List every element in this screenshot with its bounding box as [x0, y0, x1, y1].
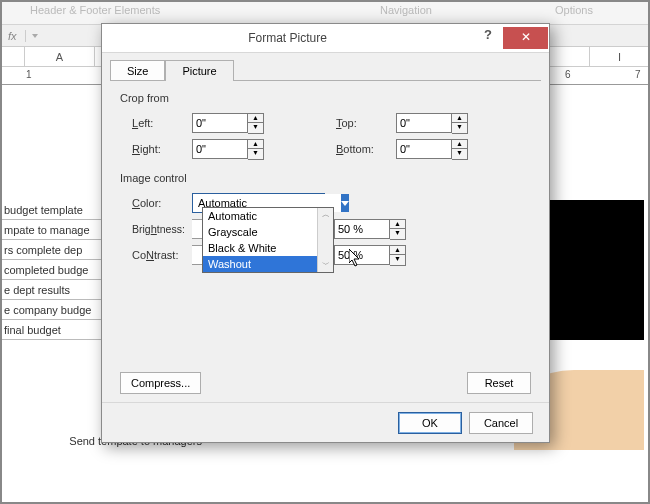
- cursor-icon: [349, 249, 362, 267]
- label-color: Color:: [120, 197, 192, 209]
- col-header-A[interactable]: A: [25, 47, 95, 66]
- spin-up-icon[interactable]: ▲: [452, 114, 467, 124]
- spin-up-icon[interactable]: ▲: [248, 114, 263, 124]
- contrast-input[interactable]: [334, 245, 390, 265]
- tab-strip: Size Picture: [102, 53, 549, 81]
- section-image-control: Image control: [120, 172, 531, 184]
- label-contrast: CoNtrast:: [120, 249, 192, 261]
- chevron-down-icon[interactable]: [341, 194, 349, 212]
- brightness-spinner[interactable]: ▲▼: [334, 219, 406, 240]
- crop-bottom-input[interactable]: [396, 139, 452, 159]
- contrast-spinner[interactable]: ▲▼: [334, 245, 406, 266]
- spin-down-icon[interactable]: ▼: [248, 149, 263, 159]
- ribbon-group-label: Header & Footer Elements: [30, 4, 160, 16]
- section-crop-from: Crop from: [120, 92, 531, 104]
- cancel-button[interactable]: Cancel: [469, 412, 533, 434]
- crop-right-input[interactable]: [192, 139, 248, 159]
- crop-bottom-spinner[interactable]: ▲▼: [396, 139, 468, 160]
- reset-button[interactable]: Reset: [467, 372, 531, 394]
- titlebar[interactable]: Format Picture ? ✕: [102, 24, 549, 53]
- crop-left-spinner[interactable]: ▲▼: [192, 113, 264, 134]
- crop-right-spinner[interactable]: ▲▼: [192, 139, 264, 160]
- label-left: Left:: [120, 117, 192, 129]
- spin-down-icon[interactable]: ▼: [452, 123, 467, 133]
- tab-picture[interactable]: Picture: [165, 60, 233, 81]
- label-top: Top:: [324, 117, 396, 129]
- spin-up-icon[interactable]: ▲: [390, 246, 405, 256]
- spin-down-icon[interactable]: ▼: [390, 229, 405, 239]
- color-option-grayscale[interactable]: Grayscale: [203, 224, 333, 240]
- spin-up-icon[interactable]: ▲: [248, 140, 263, 150]
- close-button[interactable]: ✕: [503, 27, 548, 49]
- label-bottom: Bottom:: [324, 143, 396, 155]
- crop-top-input[interactable]: [396, 113, 452, 133]
- scroll-up-icon[interactable]: ︿: [318, 208, 333, 222]
- ok-button[interactable]: OK: [398, 412, 462, 434]
- spin-down-icon[interactable]: ▼: [390, 255, 405, 265]
- crop-top-spinner[interactable]: ▲▼: [396, 113, 468, 134]
- compress-button[interactable]: Compress...: [120, 372, 201, 394]
- ribbon-group-label: Options: [555, 4, 593, 16]
- ribbon-group-label: Navigation: [380, 4, 432, 16]
- color-option-washout[interactable]: Washout: [203, 256, 333, 272]
- spin-down-icon[interactable]: ▼: [452, 149, 467, 159]
- color-dropdown-list[interactable]: Automatic Grayscale Black & White Washou…: [202, 207, 334, 273]
- scroll-down-icon[interactable]: ﹀: [318, 258, 333, 272]
- help-button[interactable]: ?: [473, 27, 503, 49]
- tab-size[interactable]: Size: [110, 60, 165, 81]
- label-brightness: Brightness:: [120, 223, 192, 235]
- dialog-footer: OK Cancel: [102, 402, 549, 442]
- label-right: Right:: [120, 143, 192, 155]
- fx-label: fx: [0, 30, 26, 42]
- chevron-down-icon[interactable]: [32, 34, 38, 38]
- ribbon-remnant: Header & Footer Elements Navigation Opti…: [0, 0, 650, 25]
- color-option-blackwhite[interactable]: Black & White: [203, 240, 333, 256]
- format-picture-dialog: Format Picture ? ✕ Size Picture Crop fro…: [101, 23, 550, 443]
- crop-left-input[interactable]: [192, 113, 248, 133]
- spin-down-icon[interactable]: ▼: [248, 123, 263, 133]
- dropdown-scrollbar[interactable]: ︿ ﹀: [317, 208, 333, 272]
- spin-up-icon[interactable]: ▲: [452, 140, 467, 150]
- dialog-title: Format Picture: [102, 31, 473, 45]
- spin-up-icon[interactable]: ▲: [390, 220, 405, 230]
- brightness-input[interactable]: [334, 219, 390, 239]
- col-header-I[interactable]: I: [590, 47, 650, 66]
- color-option-automatic[interactable]: Automatic: [203, 208, 333, 224]
